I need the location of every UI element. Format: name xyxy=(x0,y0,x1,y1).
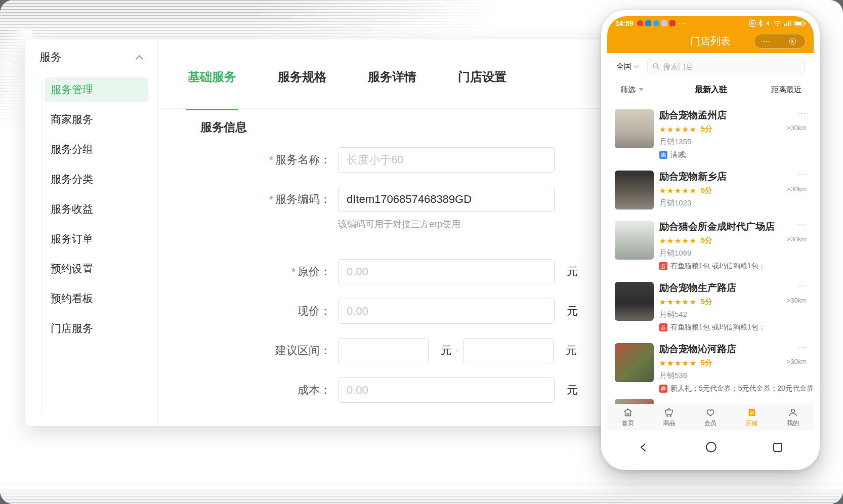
tab-goods[interactable]: 商品 xyxy=(649,404,690,430)
text-input[interactable] xyxy=(338,259,555,284)
capsule-more-button[interactable]: ··· xyxy=(754,34,780,48)
sidebar-menu-item[interactable]: 预约设置 xyxy=(45,257,148,281)
phone-nav-bar: 门店列表 ··· xyxy=(607,29,814,53)
browser-app-icon xyxy=(653,20,659,26)
store-photo xyxy=(615,221,654,260)
store-list-item[interactable]: 励合宠物生产路店 ★★★★★ 5分 月销542 券 有鱼猫粮1包 或玛信狗粮1包… xyxy=(615,276,807,338)
star-icons: ★★★★★ xyxy=(659,359,697,367)
unit-suffix-mid: 元 xyxy=(441,343,452,358)
star-icons: ★★★★★ xyxy=(659,187,697,194)
text-input[interactable] xyxy=(338,187,555,212)
cart-icon xyxy=(663,407,675,418)
recents-button-icon[interactable] xyxy=(773,443,782,452)
monthly-sales: 月销1023 xyxy=(659,198,782,208)
sidebar-menu-item[interactable]: 服务分组 xyxy=(45,137,148,161)
search-input[interactable] xyxy=(663,62,799,71)
field-label: *建议区间： xyxy=(158,338,331,363)
store-photo xyxy=(615,109,654,148)
chevron-down-icon xyxy=(634,63,639,68)
required-asterisk: * xyxy=(269,154,273,165)
chevron-up-icon[interactable] xyxy=(136,55,144,63)
coupon-text: 有鱼猫粮1包 或玛信狗粮1包； xyxy=(670,323,765,332)
region-selector[interactable]: 全国 xyxy=(616,62,638,71)
text-input[interactable] xyxy=(338,377,555,403)
sidebar-title: 服务 xyxy=(39,50,62,65)
store-photo xyxy=(615,171,654,209)
phone-screen: 14:59 ··· N 门 xyxy=(607,16,814,464)
more-dots-icon[interactable]: ··· xyxy=(782,222,807,227)
star-icons: ★★★★★ xyxy=(659,237,697,244)
form-section-title: 服务信息 xyxy=(200,119,247,135)
sidebar-menu-item[interactable]: 预约看板 xyxy=(45,286,148,311)
store-list-item[interactable]: 励合猫会所金成时代广场店 ★★★★★ 5分 月销1069 券 有鱼猫粮1包 或玛… xyxy=(615,215,807,276)
store-list-item[interactable]: 励合宠物孟州店 ★★★★★ 5分 月销1355 惠 满减; ··· >30km xyxy=(615,104,807,165)
text-input[interactable] xyxy=(338,338,429,363)
monthly-sales: 月销1069 xyxy=(659,248,782,258)
distance-label: >30km xyxy=(782,124,807,132)
more-dots-icon[interactable]: ··· xyxy=(782,283,807,288)
tab-service-spec[interactable]: 服务规格 xyxy=(276,69,328,110)
search-box[interactable] xyxy=(647,59,805,74)
star-icons: ★★★★★ xyxy=(659,298,697,306)
monthly-sales: 月销542 xyxy=(659,310,782,319)
text-input[interactable] xyxy=(338,147,555,173)
more-dots-icon[interactable]: ··· xyxy=(782,172,807,177)
tab-basic-service[interactable]: 基础服务 xyxy=(186,69,238,110)
form-field-row: *成本： 元 xyxy=(158,377,622,403)
page-background: 服务 服务管理商家服务服务分组服务分类服务收益服务订单预约设置预约看板门店服务 … xyxy=(0,0,843,504)
sort-newest-button[interactable]: 最新入驻 xyxy=(688,85,727,95)
sidebar-menu-item[interactable]: 服务收益 xyxy=(45,197,148,221)
more-dots-icon[interactable]: ··· xyxy=(782,110,807,115)
sidebar-item-label: 服务管理 xyxy=(51,83,93,95)
unit-suffix: 元 xyxy=(567,383,578,398)
store-list: 励合宠物孟州店 ★★★★★ 5分 月销1355 惠 满减; ··· >30km … xyxy=(607,100,814,404)
sidebar-menu-item[interactable]: 服务订单 xyxy=(45,227,148,251)
sidebar-menu-item[interactable]: 门店服务 xyxy=(45,316,148,341)
back-button-icon[interactable] xyxy=(639,442,649,452)
tab-members[interactable]: 会员 xyxy=(690,404,731,430)
tab-profile[interactable]: 我的 xyxy=(772,404,814,430)
sidebar-menu-item[interactable]: 服务分类 xyxy=(45,167,148,191)
nfc-icon: N xyxy=(749,20,756,27)
required-asterisk: * xyxy=(269,194,273,205)
capsule-close-button[interactable] xyxy=(780,34,806,48)
store-name: 励合宠物新乡店 xyxy=(659,171,782,182)
heart-icon xyxy=(705,407,716,418)
rating-score: 5分 xyxy=(701,124,712,134)
text-input[interactable] xyxy=(338,299,555,324)
store-list-item[interactable]: 励合宠物新乡店 ★★★★★ 5分 月销1023 ··· >30km xyxy=(615,165,807,215)
more-dots-icon[interactable]: ··· xyxy=(782,344,807,349)
store-rating: ★★★★★ 5分 xyxy=(659,236,782,245)
required-asterisk: * xyxy=(291,266,296,277)
unit-suffix: 元 xyxy=(567,264,578,279)
coupon-text: 满减; xyxy=(670,150,687,159)
status-app-icons xyxy=(637,20,676,26)
rating-score: 5分 xyxy=(701,186,712,195)
admin-window: 服务 服务管理商家服务服务分组服务分类服务收益服务订单预约设置预约看板门店服务 … xyxy=(25,39,622,426)
search-row: 全国 xyxy=(607,53,814,79)
tab-service-detail[interactable]: 服务详情 xyxy=(366,69,418,110)
form-field-row: *建议区间： 元 - 元 xyxy=(158,338,622,363)
tab-store-settings[interactable]: 门店设置 xyxy=(456,69,508,110)
text-input-range-end[interactable] xyxy=(463,338,554,363)
sidebar-item-label: 服务订单 xyxy=(51,233,93,244)
unit-suffix: 元 xyxy=(566,343,577,358)
field-label: *原价： xyxy=(158,259,331,284)
sidebar-item-label: 商家服务 xyxy=(51,113,93,125)
sidebar-menu-item[interactable]: 服务管理 xyxy=(45,77,148,102)
home-button-icon[interactable] xyxy=(706,442,716,452)
rating-score: 5分 xyxy=(701,297,712,307)
sidebar-menu-item[interactable]: 商家服务 xyxy=(45,107,148,132)
vibrate-icon xyxy=(765,20,771,26)
tab-home[interactable]: 首页 xyxy=(607,404,649,430)
distance-label: >30km xyxy=(782,185,807,193)
sidebar-indent-line xyxy=(41,77,41,415)
form-field-row: *服务编码： 该编码可用于对接三方erp使用 xyxy=(158,187,622,230)
tab-stores[interactable]: 店铺 xyxy=(731,404,773,430)
tab-label: 我的 xyxy=(787,419,799,428)
store-list-item[interactable]: 励合宠物沁河路店 ★★★★★ 5分 月销536 券 新人礼；5元代金券；5元代金… xyxy=(615,338,807,399)
range-dash: - xyxy=(456,346,459,356)
status-more-dots: ··· xyxy=(679,20,687,27)
sort-distance-button[interactable]: 距离最近 xyxy=(771,85,802,95)
filter-button[interactable]: 筛选 xyxy=(620,85,644,95)
